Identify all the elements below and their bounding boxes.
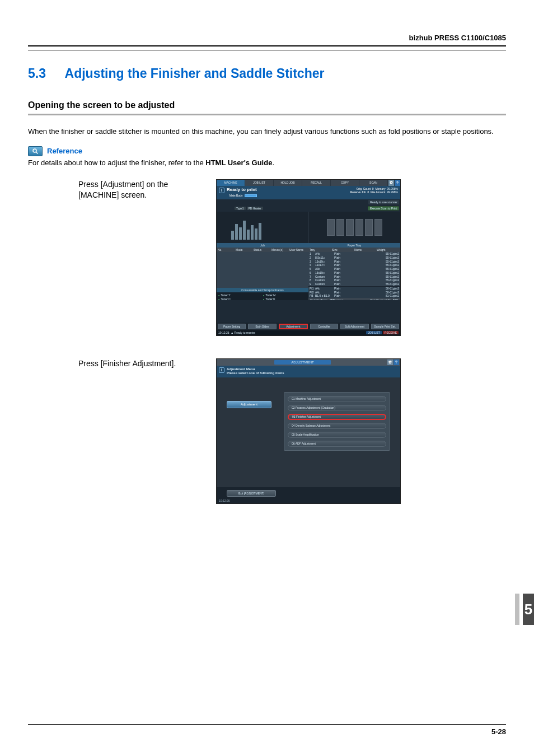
svg-line-1 <box>36 152 38 153</box>
step-1-text: Press [Adjustment] on the [MACHINE] scre… <box>28 179 207 201</box>
adj-time: 10:12:26 <box>217 499 400 503</box>
adj-top-title: ADJUSTMENT <box>274 360 330 365</box>
paper-columns: Tray Size Name Weight <box>308 248 400 252</box>
adj-info-icon: i <box>219 367 224 373</box>
tray-rows: 1A4□Plain55-61g/m228.5x11□Plain55-61g/m2… <box>308 252 400 286</box>
info-icon: i <box>219 188 224 193</box>
consumable-item: Toner K <box>263 297 307 301</box>
step-1-image: MACHINE JOB LIST HOLD JOB RECALL COPY SC… <box>216 179 401 336</box>
job-columns: No. Mode Status Minute(s) User Name <box>217 248 308 252</box>
pi-tray-row: PI2A4□Plain50-61g/m2 <box>308 291 400 295</box>
tray-row: 9CustomPlain55-61g/m2 <box>308 282 400 286</box>
tray-row: 411x17□Plain55-61g/m2 <box>308 263 400 267</box>
tray-row: 5A3□Plain55-61g/m2 <box>308 267 400 271</box>
header-rule-thick <box>28 45 506 46</box>
reference-icon <box>28 146 43 156</box>
adjustment-screen: ADJUSTMENT ✿ ? i Adjustment Menu Please … <box>216 358 401 504</box>
env-row: Outside Temp. 25Degrees Outside Humidity… <box>308 298 400 300</box>
header-product: bizhub PRESS C1100/C1085 <box>28 34 506 42</box>
adj-info-bar: i Adjustment Menu Please select one of f… <box>217 366 400 377</box>
adj-item-5[interactable]: 06 ADF Adjustment <box>288 441 386 447</box>
adj-item-1[interactable]: 02 Process Adjustment (Gradation) <box>288 405 386 411</box>
adj-items-panel: 01 Machine Adjustment02 Process Adjustme… <box>284 392 390 451</box>
subsection-title: Opening the screen to be adjusted <box>28 100 506 110</box>
tab-scan[interactable]: SCAN <box>359 180 388 186</box>
tab-holdjob[interactable]: HOLD JOB <box>274 180 302 186</box>
section-title-text: Adjusting the Finisher and Saddle Stitch… <box>65 66 325 81</box>
sample-print-button[interactable]: Sample Print Set. <box>371 324 399 329</box>
heater-label: FD Heater <box>247 207 263 210</box>
section-title: 5.3 Adjusting the Finisher and Saddle St… <box>28 66 506 81</box>
tab-joblist[interactable]: JOB LIST <box>245 180 274 186</box>
machine-footer: 10:12:26 ▲ Ready to receive JOB LIST REC… <box>217 330 400 335</box>
main-body-bar <box>245 194 257 197</box>
paper-title: Paper Tray <box>308 243 400 248</box>
topbar-corner: ✿ ? <box>388 180 400 186</box>
pi-tray-row: PBB1.0 x B1.0Plain81-91g/m2 <box>308 294 400 298</box>
pi-tray-rows: PI1A4□Plain50-61g/m2PI2A4□Plain50-61g/m2… <box>308 286 400 298</box>
adj-item-4[interactable]: 05 Scale Amplification <box>288 432 386 438</box>
tray-row: 7CustomPlain55-61g/m2 <box>308 275 400 279</box>
intro-paragraph: When the finisher or saddle stitcher is … <box>28 127 506 137</box>
subsection-rule <box>28 114 506 115</box>
svg-point-0 <box>33 149 36 152</box>
paper-tray-table: Paper Tray Tray Size Name Weight 1A4□Pla… <box>308 243 400 300</box>
both-sides-button[interactable]: Both Sides <box>248 324 276 329</box>
machine-topbar: MACHINE JOB LIST HOLD JOB RECALL COPY SC… <box>217 180 400 186</box>
paper-setting-button[interactable]: Paper Setting <box>218 324 246 329</box>
tab-copy[interactable]: COPY <box>331 180 359 186</box>
adj-side-button[interactable]: Adjustment <box>227 401 271 408</box>
tray-row: 28.5x11□Plain55-61g/m2 <box>308 256 400 260</box>
adj-item-2[interactable]: 03 Finisher Adjustment <box>288 414 386 420</box>
adj-exit-button[interactable]: Exit [ADJUSTMENT] <box>227 490 276 497</box>
consumables-list: Toner YToner MToner CToner KWaste Toner … <box>217 292 308 300</box>
adj-item-0[interactable]: 01 Machine Adjustment <box>288 396 386 402</box>
step-2-image: ADJUSTMENT ✿ ? i Adjustment Menu Please … <box>216 358 401 504</box>
status-title: Ready to print <box>227 187 257 192</box>
tray-row: 613x19□Plain55-61g/m2 <box>308 271 400 275</box>
adjustment-button[interactable]: Adjustment <box>279 324 308 329</box>
header-rule-thin <box>28 50 506 50</box>
consumable-item: Toner C <box>218 297 262 301</box>
pi-tray-row: PI1A4□Plain50-61g/m2 <box>308 287 400 291</box>
tray-row: 313x19□Plain55-61g/m2 <box>308 260 400 264</box>
adj-settings-icon[interactable]: ✿ <box>387 360 393 365</box>
adj-help-icon[interactable]: ? <box>394 360 399 365</box>
chapter-tab: 5 <box>515 594 534 625</box>
job-title: Job <box>217 243 308 248</box>
execute-scan-button[interactable]: Execute Scan to Print <box>368 206 399 211</box>
adj-info-sub: Please select one of following items <box>227 371 284 376</box>
step-2-text: Press [Finisher Adjustment]. <box>28 358 207 370</box>
job-table: Job No. Mode Status Minute(s) User Name … <box>217 243 308 300</box>
controller-button[interactable]: Controller <box>310 324 338 329</box>
chapter-number: 5 <box>523 594 534 625</box>
machine-diagram-area <box>217 212 400 243</box>
adj-topbar: ADJUSTMENT ✿ ? <box>217 359 400 366</box>
consumables-title: Consumable and Scrap Indicators <box>217 288 308 292</box>
soft-adjustment-button[interactable]: Soft Adjustment <box>340 324 368 329</box>
section-number: 5.3 <box>28 66 46 81</box>
machine-screen: MACHINE JOB LIST HOLD JOB RECALL COPY SC… <box>216 179 401 336</box>
machine-button-row: Paper Setting Both Sides Adjustment Cont… <box>217 323 400 330</box>
status-right: Orig. Count 0 Memory 99.998% Reserve Job… <box>350 187 398 197</box>
scanner-ready-text: Ready to use scanner <box>368 200 399 204</box>
adj-item-3[interactable]: 04 Density Balance Adjustment <box>288 423 386 429</box>
status-bar: i Ready to print Main Body Orig. Count 0… <box>217 186 400 199</box>
tab-machine[interactable]: MACHINE <box>217 180 245 186</box>
main-body-label: Main Body <box>229 194 243 197</box>
reference-label: Reference <box>47 147 82 155</box>
help-icon[interactable]: ? <box>394 180 400 186</box>
tab-recall[interactable]: RECALL <box>302 180 331 186</box>
reference-text: For details about how to adjust the fini… <box>28 158 506 167</box>
tray-row: 1A4□Plain55-61g/m2 <box>308 252 400 256</box>
tray-row: 8CustomPlain55-61g/m2 <box>308 278 400 282</box>
settings-icon[interactable]: ✿ <box>388 180 394 186</box>
page-number: 5-28 <box>491 727 506 736</box>
adj-info-title: Adjustment Menu <box>227 367 284 372</box>
footer-rule <box>28 724 506 725</box>
